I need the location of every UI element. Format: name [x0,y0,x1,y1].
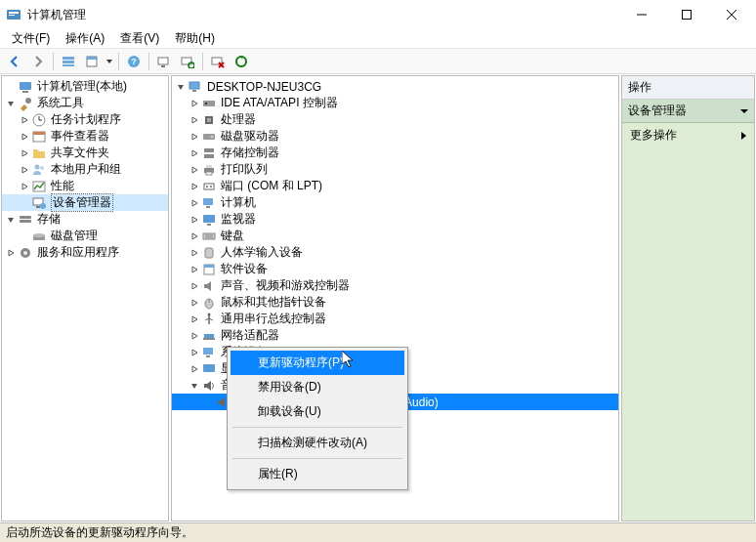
expand-icon[interactable] [188,313,201,326]
menu-action[interactable]: 操作(A) [58,28,112,49]
collapse-icon[interactable] [4,97,18,110]
cat-monitors[interactable]: 监视器 [172,211,618,228]
svg-point-56 [206,186,208,188]
cat-hid[interactable]: 人体学输入设备 [172,244,618,261]
refresh-button[interactable] [177,51,198,72]
svg-point-24 [25,98,31,104]
tree-storage[interactable]: 存储 [2,211,168,228]
expand-icon[interactable] [18,180,31,193]
expand-icon[interactable] [188,213,201,227]
expand-icon[interactable] [18,113,31,127]
menu-help[interactable]: 帮助(H) [167,28,223,49]
audio-icon [201,378,217,394]
svg-rect-78 [203,364,215,372]
tree-shared-folders[interactable]: 共享文件夹 [2,145,168,161]
cm-properties[interactable]: 属性(R) [231,462,404,486]
cm-scan[interactable]: 扫描检测硬件改动(A) [231,431,404,455]
cat-storage-controllers[interactable]: 存储控制器 [172,145,618,161]
tree-root[interactable]: 计算机管理(本地) [2,78,168,95]
collapse-icon[interactable] [188,379,201,393]
expand-icon[interactable] [188,229,201,243]
minimize-button[interactable] [619,0,664,29]
svg-point-57 [210,186,212,188]
nav-forward-button[interactable] [27,51,49,72]
expand-icon[interactable] [188,130,201,144]
expand-icon[interactable] [188,180,201,193]
tree-performance[interactable]: 性能 [2,178,168,194]
svg-point-35 [40,203,46,209]
svg-rect-75 [203,338,215,340]
expand-icon[interactable] [188,296,201,310]
cm-uninstall[interactable]: 卸载设备(U) [231,399,404,424]
cat-keyboards[interactable]: 键盘 [172,228,618,244]
expand-icon[interactable] [188,246,201,260]
expand-icon[interactable] [188,329,201,343]
actions-pane: 操作 设备管理器 更多操作 [621,75,755,521]
svg-rect-15 [161,65,165,67]
expand-icon[interactable] [188,163,201,177]
details-button[interactable] [58,51,79,72]
expand-icon[interactable] [188,196,201,210]
expand-icon[interactable] [188,97,201,110]
cat-sound[interactable]: 声音、视频和游戏控制器 [172,277,618,294]
center-tree-pane[interactable]: DESKTOP-NJEU3CG IDE ATA/ATAPI 控制器 处理器 磁盘… [171,75,619,521]
svg-rect-34 [36,206,40,208]
left-tree-pane[interactable]: 计算机管理(本地) 系统工具 任务计划程序 事件查看器 共享文件夹 本地用户和组… [1,75,169,521]
expand-icon[interactable] [188,362,201,376]
collapse-icon[interactable] [4,213,18,227]
tree-disk-management[interactable]: 磁盘管理 [2,228,168,244]
scan-button[interactable] [153,51,175,72]
computer-icon [188,79,203,95]
collapse-icon[interactable] [174,80,188,94]
menu-view[interactable]: 查看(V) [112,28,167,49]
expand-icon[interactable] [188,346,201,359]
expand-icon[interactable] [4,246,18,260]
close-button[interactable] [709,0,754,29]
svg-rect-1 [9,12,19,14]
expand-icon[interactable] [18,146,31,160]
cat-ide[interactable]: IDE ATA/ATAPI 控制器 [172,95,618,111]
tree-local-users[interactable]: 本地用户和组 [2,161,168,178]
cat-software-devices[interactable]: 软件设备 [172,261,618,277]
properties-button[interactable] [81,51,103,72]
tree-services[interactable]: 服务和应用程序 [2,244,168,261]
computer-icon [18,79,33,95]
tree-system-tools[interactable]: 系统工具 [2,95,168,111]
cm-update-driver[interactable]: 更新驱动程序(P) [231,351,404,375]
cat-print-queues[interactable]: 打印队列 [172,161,618,178]
dropdown-arrow[interactable] [105,58,114,65]
uninstall-button[interactable] [207,51,229,72]
cat-disk-drives[interactable]: 磁盘驱动器 [172,128,618,145]
nav-back-button[interactable] [4,51,25,72]
maximize-button[interactable] [664,0,709,29]
expand-icon[interactable] [188,263,201,276]
help-button[interactable]: ? [123,51,145,72]
menu-file[interactable]: 文件(F) [4,28,58,49]
cat-mice[interactable]: 鼠标和其他指针设备 [172,294,618,311]
expand-icon[interactable] [18,130,31,144]
actions-section[interactable]: 设备管理器 [622,100,754,123]
computer-cat-icon [201,195,217,211]
update-driver-button[interactable] [231,51,252,72]
cat-ports[interactable]: 端口 (COM 和 LPT) [172,178,618,194]
cat-processor[interactable]: 处理器 [172,111,618,128]
svg-rect-43 [192,90,196,92]
disk-icon [31,229,47,244]
cat-usb[interactable]: 通用串行总线控制器 [172,311,618,327]
tree-task-scheduler[interactable]: 任务计划程序 [2,111,168,128]
svg-rect-23 [22,91,28,93]
cat-computer[interactable]: 计算机 [172,194,618,211]
tree-device-manager[interactable]: 设备管理器 [2,194,168,211]
cm-disable[interactable]: 禁用设备(D) [231,375,404,399]
device-root[interactable]: DESKTOP-NJEU3CG [172,78,618,95]
expand-icon[interactable] [188,279,201,293]
tree-event-viewer[interactable]: 事件查看器 [2,128,168,145]
action-more[interactable]: 更多操作 [622,123,754,147]
svg-rect-54 [206,172,212,175]
expand-icon[interactable] [18,163,31,177]
cat-network[interactable]: 网络适配器 [172,327,618,344]
expand-icon[interactable] [188,113,201,127]
device-manager-icon [31,195,47,211]
expand-icon[interactable] [188,146,201,160]
actions-header: 操作 [622,76,754,100]
